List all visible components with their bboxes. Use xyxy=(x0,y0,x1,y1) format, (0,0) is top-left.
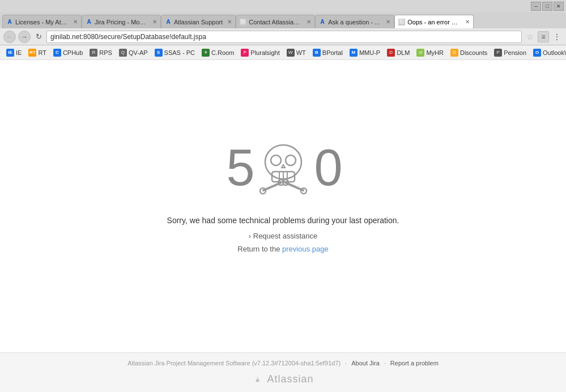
bookmark-croom[interactable]: ✈C.Room xyxy=(199,48,237,58)
return-prefix: Return to the xyxy=(237,245,282,253)
bookmark-icon-dlm: D xyxy=(387,49,395,57)
tab-close-tab1[interactable]: ✕ xyxy=(73,19,78,25)
extension-button[interactable]: ≡ xyxy=(538,31,549,42)
bookmark-star[interactable]: ☆ xyxy=(524,31,535,42)
previous-page-link[interactable]: previous page xyxy=(282,245,329,253)
bookmark-label-outlookweb: OutlookWeb xyxy=(543,49,566,56)
bookmark-rps[interactable]: RRPS xyxy=(87,48,115,58)
bookmark-icon-outlookweb: O xyxy=(533,49,541,57)
bookmark-dlm[interactable]: DDLM xyxy=(384,48,412,58)
bookmark-myhr[interactable]: sfMyHR xyxy=(414,48,446,58)
request-assistance-link[interactable]: Request assistance xyxy=(253,232,317,240)
bookmark-bportal[interactable]: BBPortal xyxy=(310,48,346,58)
tab-close-tab3[interactable]: ✕ xyxy=(227,19,232,25)
title-bar: ─ □ ✕ xyxy=(0,0,566,12)
address-bar: ← → ↻ ginilab.net:8080/secure/SetupDatab… xyxy=(0,28,566,45)
bookmark-label-rps: RPS xyxy=(99,49,112,56)
bookmark-icon-cphub: C xyxy=(53,49,61,57)
window-controls[interactable]: ─ □ ✕ xyxy=(531,2,564,11)
bookmark-icon-myhr: sf xyxy=(416,49,424,57)
maximize-button[interactable]: □ xyxy=(542,2,552,11)
page-content: 5 xyxy=(0,60,566,392)
bookmark-label-myhr: MyHR xyxy=(426,49,444,56)
minimize-button[interactable]: ─ xyxy=(531,2,541,11)
url-input[interactable]: ginilab.net:8080/secure/SetupDatabase!de… xyxy=(46,31,522,43)
footer-links: Atlassian Jira Project Management Softwa… xyxy=(127,360,439,367)
error-message-text: Sorry, we had some technical problems du… xyxy=(167,216,399,225)
bookmark-ie[interactable]: IEIE xyxy=(3,48,24,58)
browser-tab-tab5[interactable]: AAsk a question - Atlass...✕ xyxy=(315,15,394,28)
tab-label-tab5: Ask a question - Atlass... xyxy=(328,19,381,25)
footer-sep2: · xyxy=(384,360,386,367)
bookmark-pluralsight[interactable]: PPluralsight xyxy=(238,48,282,58)
svg-point-6 xyxy=(286,155,296,165)
bookmark-label-wt: WT xyxy=(296,49,306,56)
bookmark-qvap[interactable]: QQV-AP xyxy=(116,48,151,58)
tab-close-tab6[interactable]: ✕ xyxy=(465,19,470,25)
bookmark-icon-discounts: D xyxy=(450,49,458,57)
tab-favicon-tab5: A xyxy=(319,19,326,25)
refresh-button[interactable]: ↻ xyxy=(33,31,44,42)
bookmark-icon-croom: ✈ xyxy=(202,49,210,57)
report-problem-link[interactable]: Report a problem xyxy=(390,360,439,367)
browser-tab-tab4[interactable]: ⬜Contact Atlassian Supp...✕ xyxy=(236,15,315,28)
tab-favicon-tab1: A xyxy=(6,19,13,25)
bookmark-rt[interactable]: RTRT xyxy=(25,48,49,58)
url-text: ginilab.net:8080/secure/SetupDatabase!de… xyxy=(50,33,206,41)
bookmark-ssas[interactable]: SSSAS - PC xyxy=(152,48,198,58)
bookmark-icon-rt: RT xyxy=(28,49,36,57)
forward-button[interactable]: → xyxy=(18,31,31,43)
bookmarks-bar: IEIERTRTCCPHubRRPSQQV-APSSSAS - PC✈C.Roo… xyxy=(0,45,566,60)
bookmark-icon-ssas: S xyxy=(155,49,163,57)
bookmark-label-discounts: Discounts xyxy=(460,49,487,56)
request-link[interactable]: › Request assistance xyxy=(249,232,317,240)
footer-version: Atlassian Jira Project Management Softwa… xyxy=(127,360,341,367)
tab-close-tab2[interactable]: ✕ xyxy=(152,19,157,25)
bookmark-label-dlm: DLM xyxy=(397,49,410,56)
bookmark-icon-rps: R xyxy=(90,49,97,57)
tab-favicon-tab3: A xyxy=(165,19,172,25)
bookmark-label-qvap: QV-AP xyxy=(129,49,148,56)
about-jira-link[interactable]: About Jira xyxy=(351,360,380,367)
chrome-menu-button[interactable]: ⋮ xyxy=(551,31,563,42)
tab-label-tab2: Jira Pricing - Monthly... xyxy=(95,19,148,25)
tab-label-tab6: Oops - an error has o... xyxy=(407,19,461,25)
tab-favicon-tab2: A xyxy=(86,19,92,25)
bookmark-mmup[interactable]: MMMU-P xyxy=(347,48,383,58)
bookmark-wt[interactable]: WWT xyxy=(284,48,309,58)
close-button[interactable]: ✕ xyxy=(554,2,564,11)
back-button[interactable]: ← xyxy=(3,31,16,43)
tab-label-tab4: Contact Atlassian Supp... xyxy=(249,19,302,25)
bookmark-outlookweb[interactable]: OOutlookWeb xyxy=(530,48,566,58)
tab-favicon-tab4: ⬜ xyxy=(240,19,246,25)
bookmark-label-bportal: BPortal xyxy=(322,49,343,56)
bookmark-label-croom: C.Room xyxy=(211,49,234,56)
bookmark-icon-ie: IE xyxy=(6,49,14,57)
bookmark-icon-mmup: M xyxy=(350,49,358,57)
browser-tab-tab1[interactable]: ALicenses - My Atlassia...✕ xyxy=(2,15,82,28)
svg-point-5 xyxy=(271,155,281,165)
tab-close-tab5[interactable]: ✕ xyxy=(386,19,390,25)
bookmark-discounts[interactable]: DDiscounts xyxy=(448,48,490,58)
tab-close-tab4[interactable]: ✕ xyxy=(307,19,311,25)
tab-label-tab3: Atlassian Support xyxy=(174,19,223,25)
atlassian-logo-text: Atlassian xyxy=(267,373,313,385)
browser-tab-tab2[interactable]: AJira Pricing - Monthly...✕ xyxy=(82,15,161,28)
error-code-left: 5 xyxy=(226,142,252,193)
bookmark-label-ssas: SSAS - PC xyxy=(164,49,195,56)
error-graphic: 5 xyxy=(226,137,339,199)
tab-label-tab1: Licenses - My Atlassia... xyxy=(15,19,69,25)
bookmark-icon-qvap: Q xyxy=(119,49,127,57)
tab-favicon-tab6: ⬜ xyxy=(398,19,405,25)
bookmark-pension[interactable]: PPension xyxy=(491,48,529,58)
return-text: Return to the previous page xyxy=(237,245,328,253)
error-section: 5 xyxy=(167,60,399,352)
bookmark-icon-pluralsight: P xyxy=(241,49,249,57)
bookmark-label-ie: IE xyxy=(16,49,22,56)
bookmark-cphub[interactable]: CCPHub xyxy=(50,48,86,58)
browser-tab-tab6[interactable]: ⬜Oops - an error has o...✕ xyxy=(394,15,474,28)
skull-icon xyxy=(255,137,312,199)
browser-tab-tab3[interactable]: AAtlassian Support✕ xyxy=(161,15,236,28)
footer-sep1: · xyxy=(345,360,347,367)
atlassian-logo: Atlassian xyxy=(252,373,313,385)
